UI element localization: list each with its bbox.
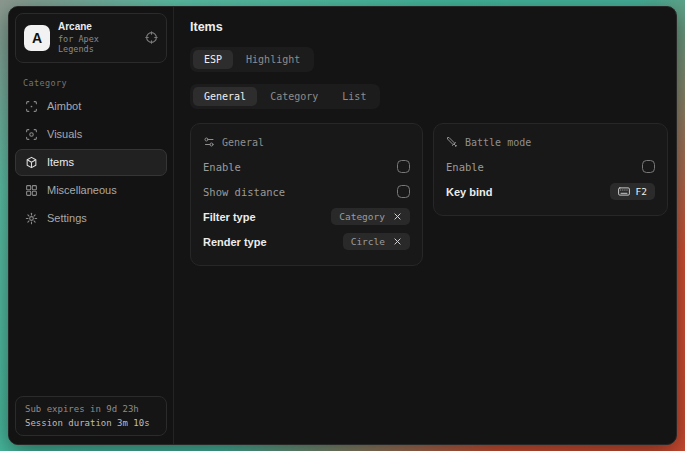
render-type-value: Circle: [351, 236, 385, 247]
sidebar-item-settings[interactable]: Settings: [15, 205, 167, 232]
setting-row-render-type: Render type Circle: [203, 229, 410, 254]
sidebar: A Arcane for Apex Legends Category Aimbo…: [9, 7, 174, 444]
app-window: A Arcane for Apex Legends Category Aimbo…: [8, 6, 677, 445]
sidebar-item-items[interactable]: Items: [15, 149, 167, 176]
package-icon: [25, 156, 38, 169]
mode-tabs: ESP Highlight: [190, 47, 314, 72]
battle-mode-panel: Battle mode Enable Key bind F2: [433, 123, 668, 216]
sidebar-item-label: Miscellaneous: [47, 184, 117, 196]
general-panel: General Enable Show distance Filter type…: [190, 123, 423, 266]
eye-scan-icon: [25, 128, 38, 141]
setting-label: Key bind: [446, 186, 492, 198]
setting-label: Show distance: [203, 186, 285, 198]
sidebar-item-miscellaneous[interactable]: Miscellaneous: [15, 177, 167, 204]
close-icon[interactable]: [393, 237, 402, 246]
subscription-info-card: Sub expires in 9d 23h Session duration 3…: [15, 396, 167, 436]
setting-label: Enable: [203, 161, 241, 173]
setting-row-show-distance: Show distance: [203, 179, 410, 204]
tab-esp[interactable]: ESP: [193, 50, 233, 69]
sidebar-item-label: Items: [47, 156, 74, 168]
sword-icon: [446, 136, 458, 148]
aimbot-crosshair-icon: [25, 100, 38, 113]
battle-enable-checkbox[interactable]: [642, 160, 655, 173]
app-logo: A: [24, 25, 50, 51]
keyboard-icon: [618, 187, 630, 196]
tab-list[interactable]: List: [331, 87, 377, 106]
tab-general[interactable]: General: [193, 87, 257, 106]
setting-row-filter-type: Filter type Category: [203, 204, 410, 229]
show-distance-checkbox[interactable]: [397, 185, 410, 198]
filter-type-value: Category: [339, 211, 385, 222]
page-title: Items: [190, 20, 668, 34]
sub-expiry-text: Sub expires in 9d 23h: [25, 404, 157, 414]
tab-highlight[interactable]: Highlight: [235, 50, 311, 69]
setting-label: Filter type: [203, 211, 256, 223]
panel-title: Battle mode: [465, 137, 531, 148]
app-subtitle: for Apex Legends: [58, 34, 137, 55]
sliders-icon: [203, 136, 215, 148]
setting-label: Render type: [203, 236, 267, 248]
sidebar-section-label: Category: [23, 78, 159, 88]
session-duration-text: Session duration 3m 10s: [25, 418, 157, 428]
main-content: Items ESP Highlight General Category Lis…: [174, 7, 677, 444]
setting-row-enable: Enable: [203, 154, 410, 179]
gear-icon: [25, 212, 38, 225]
sidebar-item-label: Visuals: [47, 128, 82, 140]
sidebar-item-aimbot[interactable]: Aimbot: [15, 93, 167, 120]
key-bind-value: F2: [636, 186, 647, 197]
setting-label: Enable: [446, 161, 484, 173]
setting-row-key-bind: Key bind F2: [446, 179, 655, 204]
panel-title: General: [222, 137, 264, 148]
filter-type-select[interactable]: Category: [331, 208, 410, 225]
setting-row-enable: Enable: [446, 154, 655, 179]
brand-card: A Arcane for Apex Legends: [15, 13, 167, 63]
sidebar-item-label: Settings: [47, 212, 87, 224]
layout-grid-icon: [25, 184, 38, 197]
app-title: Arcane: [58, 21, 137, 34]
render-type-select[interactable]: Circle: [343, 233, 410, 250]
sidebar-item-visuals[interactable]: Visuals: [15, 121, 167, 148]
sidebar-nav: Aimbot Visuals Items: [15, 93, 167, 232]
enable-checkbox[interactable]: [397, 160, 410, 173]
crosshair-icon[interactable]: [145, 31, 158, 44]
view-tabs: General Category List: [190, 84, 380, 109]
key-bind-button[interactable]: F2: [610, 183, 655, 200]
close-icon[interactable]: [393, 212, 402, 221]
sidebar-item-label: Aimbot: [47, 100, 81, 112]
tab-category[interactable]: Category: [259, 87, 329, 106]
